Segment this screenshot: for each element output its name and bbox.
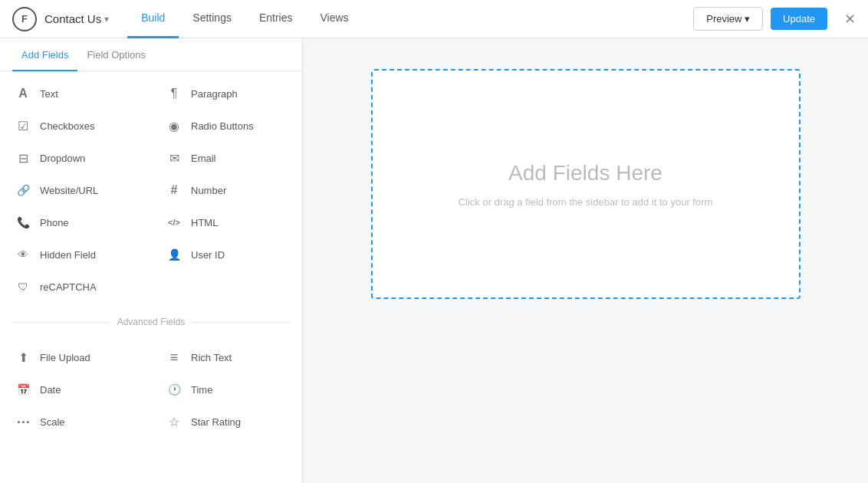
- url-icon: [15, 182, 31, 198]
- sidebar-tabs: Add Fields Field Options: [0, 38, 302, 71]
- field-star-label: Star Rating: [191, 416, 241, 428]
- scale-icon: [15, 414, 31, 429]
- field-userid[interactable]: User ID: [151, 238, 302, 271]
- header: F Contact Us ▾ Build Settings Entries Vi…: [0, 0, 868, 38]
- advanced-section-divider: Advanced Fields: [0, 309, 302, 335]
- preview-button[interactable]: Preview ▾: [693, 7, 763, 31]
- time-icon: [166, 382, 182, 397]
- field-url-label: Website/URL: [40, 185, 98, 196]
- form-title: Contact Us: [44, 12, 101, 25]
- advanced-fields-grid: File Upload Rich Text Date Time Scale: [0, 335, 302, 444]
- checkboxes-icon: [15, 118, 31, 133]
- hidden-icon: [15, 247, 31, 262]
- field-url[interactable]: Website/URL: [0, 174, 151, 206]
- field-phone[interactable]: Phone: [0, 206, 151, 238]
- paragraph-icon: [166, 86, 182, 101]
- nav-entries[interactable]: Entries: [245, 0, 307, 38]
- tab-field-options[interactable]: Field Options: [77, 38, 155, 71]
- date-icon: [15, 382, 31, 397]
- header-actions: Preview ▾ Update ✕: [693, 7, 856, 31]
- field-phone-label: Phone: [40, 217, 69, 228]
- field-html[interactable]: HTML: [151, 206, 302, 238]
- html-icon: [166, 215, 182, 230]
- upload-icon: [15, 350, 31, 365]
- main-nav: Build Settings Entries Views: [127, 0, 362, 38]
- body-layout: Add Fields Field Options Text Paragraph …: [0, 38, 868, 483]
- field-paragraph[interactable]: Paragraph: [151, 77, 302, 110]
- text-icon: [15, 86, 31, 101]
- phone-icon: [15, 215, 31, 230]
- field-number[interactable]: Number: [151, 174, 302, 206]
- number-icon: [166, 182, 182, 198]
- field-text-label: Text: [40, 88, 58, 100]
- app-logo: F: [12, 7, 37, 31]
- nav-views[interactable]: Views: [307, 0, 363, 38]
- field-date[interactable]: Date: [0, 373, 151, 406]
- field-html-label: HTML: [191, 217, 218, 228]
- drop-zone[interactable]: Add Fields Here Click or drag a field fr…: [371, 69, 801, 299]
- field-captcha-label: reCAPTCHA: [40, 281, 97, 293]
- field-hidden-label: Hidden Field: [40, 249, 96, 261]
- field-upload-label: File Upload: [40, 352, 90, 363]
- dropdown-icon: [15, 150, 31, 166]
- field-checkboxes-label: Checkboxes: [40, 120, 95, 132]
- field-radio-buttons[interactable]: Radio Buttons: [151, 110, 302, 142]
- field-radio-label: Radio Buttons: [191, 120, 254, 132]
- field-userid-label: User ID: [191, 249, 225, 261]
- nav-settings[interactable]: Settings: [179, 0, 245, 38]
- field-file-upload[interactable]: File Upload: [0, 341, 151, 373]
- star-icon: [166, 414, 182, 429]
- field-hidden[interactable]: Hidden Field: [0, 238, 151, 271]
- title-chevron[interactable]: ▾: [104, 14, 109, 25]
- radio-icon: [166, 118, 182, 133]
- field-scale-label: Scale: [40, 416, 65, 428]
- field-recaptcha[interactable]: reCAPTCHA: [0, 271, 151, 303]
- field-star-rating[interactable]: Star Rating: [151, 406, 302, 438]
- sidebar: Add Fields Field Options Text Paragraph …: [0, 38, 303, 483]
- nav-build[interactable]: Build: [127, 0, 179, 38]
- field-email-label: Email: [191, 153, 216, 164]
- field-dropdown-label: Dropdown: [40, 153, 85, 164]
- field-richtext-label: Rich Text: [191, 352, 232, 363]
- field-time-label: Time: [191, 384, 212, 396]
- field-paragraph-label: Paragraph: [191, 88, 238, 100]
- richtext-icon: [166, 350, 182, 365]
- drop-title: Add Fields Here: [508, 161, 663, 186]
- email-icon: [166, 150, 182, 166]
- captcha-icon: [15, 279, 31, 294]
- advanced-section-label: Advanced Fields: [117, 317, 186, 327]
- drop-subtitle: Click or drag a field from the sidebar t…: [459, 196, 713, 208]
- update-button[interactable]: Update: [771, 8, 827, 30]
- field-email[interactable]: Email: [151, 142, 302, 174]
- tab-add-fields[interactable]: Add Fields: [12, 38, 77, 71]
- userid-icon: [166, 247, 182, 262]
- field-dropdown[interactable]: Dropdown: [0, 142, 151, 174]
- field-rich-text[interactable]: Rich Text: [151, 341, 302, 373]
- field-checkboxes[interactable]: Checkboxes: [0, 110, 151, 142]
- field-text[interactable]: Text: [0, 77, 151, 110]
- field-scale[interactable]: Scale: [0, 406, 151, 438]
- field-number-label: Number: [191, 185, 226, 196]
- field-date-label: Date: [40, 384, 61, 396]
- main-canvas: Add Fields Here Click or drag a field fr…: [303, 38, 868, 483]
- standard-fields-grid: Text Paragraph Checkboxes Radio Buttons …: [0, 71, 302, 309]
- close-button[interactable]: ✕: [844, 11, 856, 28]
- field-time[interactable]: Time: [151, 373, 302, 406]
